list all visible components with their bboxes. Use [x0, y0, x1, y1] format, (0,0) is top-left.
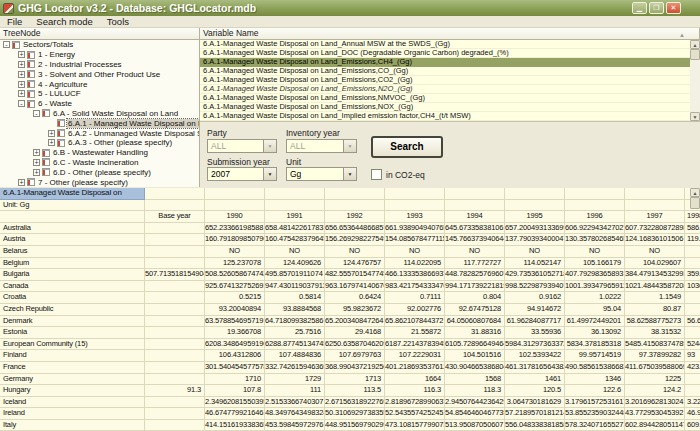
grid-country-cell[interactable]: Denmark	[0, 316, 145, 328]
grid-value-cell[interactable]: 411.675039588069	[625, 362, 685, 374]
expand-icon[interactable]: +	[18, 51, 25, 58]
search-button[interactable]: Search	[371, 136, 443, 158]
grid-cell[interactable]	[265, 188, 325, 200]
variable-list-item[interactable]: 6.A.1-Managed Waste Disposal on Land_Emi…	[200, 67, 700, 76]
grid-cell[interactable]	[625, 200, 685, 212]
grid-value-cell[interactable]: NO	[385, 246, 445, 258]
grid-value-cell[interactable]: 107.8	[205, 385, 265, 397]
grid-value-cell[interactable]: 25.7516	[265, 327, 325, 339]
grid-value-cell[interactable]: 50.3106929738355	[325, 408, 385, 420]
grid-value-cell[interactable]: 46.6747799216461	[205, 408, 265, 420]
expand-icon[interactable]: +	[33, 149, 40, 156]
maximize-button[interactable]: ❐	[649, 2, 664, 14]
grid-value-cell[interactable]: 33.55936	[505, 327, 565, 339]
variable-list-item[interactable]: 6.A.1-Managed Waste Disposal on Land_Emi…	[200, 94, 700, 103]
grid-value-cell[interactable]: 384.479134532993	[625, 269, 685, 281]
chevron-down-icon[interactable]: ▼	[263, 140, 276, 152]
tree-node-label[interactable]: 7 - Other (please specify)	[37, 178, 129, 187]
grid-value-cell[interactable]: 114.052147	[505, 258, 565, 270]
grid-value-cell[interactable]: 368.990437219256	[325, 362, 385, 374]
grid-value-cell[interactable]: NO	[265, 246, 325, 258]
tree-node-label[interactable]: 1 - Energy	[37, 50, 76, 59]
grid-value-cell[interactable]: 448.782825769607	[445, 269, 505, 281]
grid-value-cell[interactable]: 54.8546460467739	[445, 408, 505, 420]
grid-value-cell[interactable]: 586.2073	[685, 223, 700, 235]
grid-value-cell[interactable]: NO	[505, 246, 565, 258]
grid-value-cell[interactable]: 1225	[625, 374, 685, 386]
grid-value-cell[interactable]: 64.05060807684	[445, 316, 505, 328]
grid-value-cell[interactable]: 61.49972449201	[565, 316, 625, 328]
scroll-up-icon[interactable]: ▲	[690, 40, 700, 49]
grid-value-cell[interactable]: 606.922943427027	[565, 223, 625, 235]
submission-year-select[interactable]: 2007 ▼	[207, 167, 277, 181]
grid-value-cell[interactable]: 97.37899282	[625, 350, 685, 362]
grid-value-cell[interactable]: 507.713518154904	[145, 269, 205, 281]
collapse-icon[interactable]: -	[3, 41, 10, 48]
tree-node-label[interactable]: 3 - Solvent and Other Product Use	[37, 70, 161, 79]
grid-value-cell[interactable]: 125.237078	[205, 258, 265, 270]
grid-cell[interactable]	[205, 200, 265, 212]
scrollbar-thumb[interactable]	[690, 197, 700, 209]
tree-node-label[interactable]: 6 - Waste	[37, 99, 73, 108]
grid-value-cell[interactable]	[145, 408, 205, 420]
grid-value-cell[interactable]: 0.804	[445, 292, 505, 304]
grid-value-cell[interactable]: 423.9981	[685, 362, 700, 374]
expand-icon[interactable]: +	[18, 81, 25, 88]
grid-value-cell[interactable]: 118.3	[445, 385, 505, 397]
grid-value-cell[interactable]	[685, 246, 700, 258]
grid-value-cell[interactable]: 661.938904940765	[385, 223, 445, 235]
grid-value-cell[interactable]: 120.5	[505, 385, 565, 397]
grid-value-cell[interactable]: 107.4884836	[265, 350, 325, 362]
grid-value-cell[interactable]: 556.048338381858	[505, 420, 565, 431]
grid-value-cell[interactable]: 156.269298227549	[325, 234, 385, 246]
grid-value-cell[interactable]	[145, 223, 205, 235]
grid-value-cell[interactable]: 61.96284087717	[505, 316, 565, 328]
menu-item-file[interactable]: File	[0, 16, 29, 28]
grid-value-cell[interactable]: 91.3	[145, 385, 205, 397]
grid-value-cell[interactable]: 430.904665386804	[445, 362, 505, 374]
grid-value-cell[interactable]: 21.55872	[385, 327, 445, 339]
grid-country-cell[interactable]: Canada	[0, 281, 145, 293]
grid-value-cell[interactable]: 3.17961572531617	[565, 397, 625, 409]
scroll-up-icon[interactable]: ▲	[690, 188, 700, 197]
grid-value-cell[interactable]: 1461	[505, 374, 565, 386]
grid-value-cell[interactable]: 6250.63587046209	[325, 339, 385, 351]
grid-value-cell[interactable]	[145, 292, 205, 304]
grid-country-cell[interactable]: Austria	[0, 234, 145, 246]
grid-value-cell[interactable]: 36.13092	[565, 327, 625, 339]
grid-value-cell[interactable]: 104.029607	[625, 258, 685, 270]
grid-value-cell[interactable]: 114.022095	[385, 258, 445, 270]
grid-value-cell[interactable]: NO	[565, 246, 625, 258]
grid-value-cell[interactable]: 92.67475128	[445, 304, 505, 316]
grid-value-cell[interactable]	[145, 339, 205, 351]
grid-value-cell[interactable]: 99.95714519	[565, 350, 625, 362]
chevron-down-icon[interactable]: ▼	[343, 140, 356, 152]
variable-list-scrollbar[interactable]: ▲ ▼	[690, 40, 700, 121]
grid-column-header[interactable]: 1995	[505, 211, 565, 223]
grid-value-cell[interactable]: 652.23366198588	[205, 223, 265, 235]
grid-value-cell[interactable]	[145, 258, 205, 270]
grid-value-cell[interactable]: 429.735361052718	[505, 269, 565, 281]
grid-cell[interactable]	[325, 200, 385, 212]
tree-node-label[interactable]: Sectors/Totals	[22, 40, 74, 49]
grid-value-cell[interactable]: 1001.39347965911	[565, 281, 625, 293]
grid-value-cell[interactable]: 94.914672	[505, 304, 565, 316]
grid-value-cell[interactable]: 113.5	[325, 385, 385, 397]
grid-value-cell[interactable]: 925.674132752691	[205, 281, 265, 293]
grid-country-cell[interactable]: Iceland	[0, 397, 145, 409]
grid-country-cell[interactable]: European Community (15)	[0, 339, 145, 351]
grid-value-cell[interactable]: 43.772953045392	[625, 408, 685, 420]
grid-value-cell[interactable]	[685, 374, 700, 386]
grid-value-cell[interactable]: 490.585615386683	[565, 362, 625, 374]
grid-value-cell[interactable]: 104.501516	[445, 350, 505, 362]
grid-value-cell[interactable]: 92.002776	[385, 304, 445, 316]
grid-value-cell[interactable]: 2.5153366740307	[265, 397, 325, 409]
grid-column-header[interactable]	[0, 211, 145, 223]
grid-value-cell[interactable]: 63.5788546957191	[205, 316, 265, 328]
grid-value-cell[interactable]: 0.7111	[385, 292, 445, 304]
grid-value-cell[interactable]: 102.5393422	[505, 350, 565, 362]
expand-icon[interactable]: +	[18, 61, 25, 68]
party-select[interactable]: ALL ▼	[207, 139, 277, 153]
grid-value-cell[interactable]: 994.171739221819	[445, 281, 505, 293]
grid-value-cell[interactable]: 482.555701547745	[325, 269, 385, 281]
